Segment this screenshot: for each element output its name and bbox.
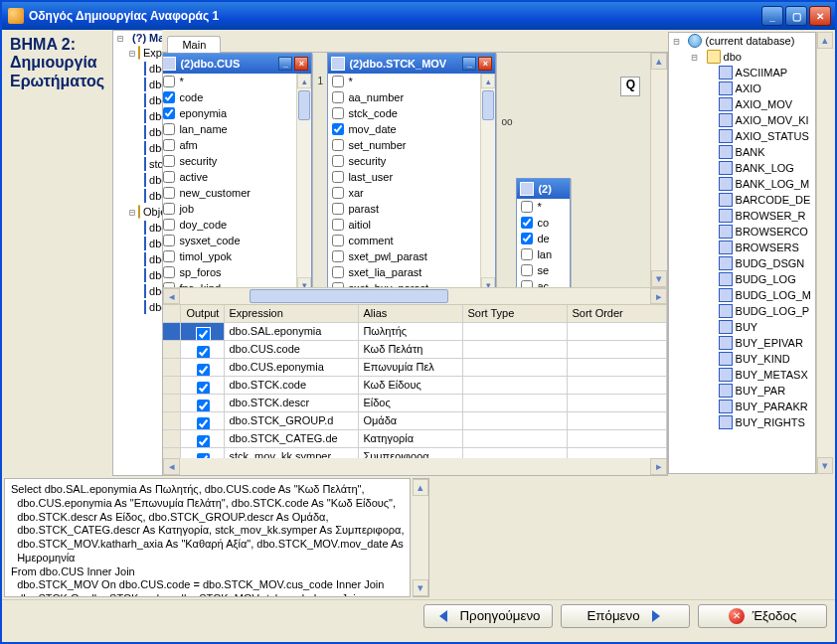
- objects-tree[interactable]: ⊟ (?) Main ⊟Express dbo dbo dbo dbo dbo …: [112, 30, 162, 476]
- tree-node[interactable]: dbo: [113, 283, 162, 299]
- tree-node[interactable]: dbo: [113, 251, 162, 267]
- cell-sort-order[interactable]: [568, 377, 667, 395]
- next-button[interactable]: Επόμενο: [561, 604, 690, 628]
- cell-alias[interactable]: Συμπεριφορα: [359, 448, 463, 458]
- cell-sort-type[interactable]: [463, 395, 568, 412]
- output-checkbox[interactable]: [197, 435, 210, 448]
- db-table[interactable]: BUDG_DSGN: [669, 255, 815, 271]
- db-table[interactable]: AXIO: [669, 80, 815, 96]
- grid-row[interactable]: dbo.SAL.eponymiaΠωλητής: [163, 323, 667, 341]
- output-checkbox[interactable]: [197, 346, 210, 359]
- tree-node[interactable]: dbo: [113, 124, 162, 140]
- field-row[interactable]: eponymia: [163, 105, 296, 121]
- close-button[interactable]: ✕: [809, 6, 831, 26]
- field-checkbox[interactable]: [332, 171, 344, 183]
- field-row[interactable]: aa_number: [328, 89, 480, 105]
- db-table[interactable]: BROWSERS: [669, 240, 815, 255]
- sql-vscroll[interactable]: ▴▾: [413, 478, 429, 597]
- db-table[interactable]: BUDG_LOG: [669, 271, 815, 287]
- db-table[interactable]: AXIO_STATUS: [669, 128, 815, 144]
- window-titlebar[interactable]: Οδηγός Δημιουργίας Αναφοράς 1 _ ▢ ✕: [2, 2, 835, 30]
- field-row[interactable]: stck_code: [328, 105, 480, 121]
- cell-sort-type[interactable]: [463, 377, 568, 395]
- field-checkbox[interactable]: [163, 155, 175, 167]
- field-row[interactable]: sysxet_code: [163, 233, 296, 248]
- cell-alias[interactable]: Κατηγορία: [359, 430, 463, 448]
- dbtree-vscroll[interactable]: ▴▾: [816, 32, 833, 474]
- field-row[interactable]: de: [517, 231, 570, 246]
- field-row[interactable]: code: [163, 89, 296, 105]
- col-sort-type[interactable]: Sort Type: [463, 305, 568, 323]
- field-row[interactable]: afm: [163, 137, 296, 153]
- v-scrollbar[interactable]: ▴▾: [480, 74, 495, 287]
- tree-node[interactable]: dbo: [113, 236, 162, 251]
- cell-expression[interactable]: dbo.STCK_CATEG.de: [225, 430, 359, 448]
- min-icon[interactable]: _: [278, 57, 292, 71]
- field-checkbox[interactable]: [332, 235, 344, 246]
- diagram-vscroll[interactable]: ▴▾: [650, 53, 667, 287]
- sql-preview[interactable]: Select dbo.SAL.eponymia As Πωλητής, dbo.…: [4, 478, 411, 597]
- db-schema[interactable]: ⊟ dbo: [669, 49, 815, 65]
- field-row[interactable]: set_number: [328, 137, 480, 153]
- field-checkbox[interactable]: [332, 282, 344, 287]
- field-row[interactable]: sxet_lia_parast: [328, 264, 480, 280]
- cell-alias[interactable]: Πωλητής: [359, 323, 463, 341]
- field-checkbox[interactable]: [521, 217, 533, 229]
- db-table[interactable]: BUDG_LOG_P: [669, 303, 815, 319]
- db-table[interactable]: BUY_RIGHTS: [669, 414, 815, 430]
- field-checkbox[interactable]: [521, 201, 533, 213]
- field-row[interactable]: sxet_pwl_parast: [328, 248, 480, 264]
- tree-node[interactable]: stck: [113, 156, 162, 172]
- cell-sort-type[interactable]: [463, 323, 568, 341]
- grid-row[interactable]: dbo.STCK.codeΚωδ Είδους: [163, 377, 667, 395]
- tree-node[interactable]: dbo: [113, 140, 162, 156]
- db-table[interactable]: BUY_METASX: [669, 367, 815, 383]
- field-checkbox[interactable]: [163, 123, 175, 135]
- tree-node[interactable]: ⊟Express: [113, 45, 162, 61]
- tree-node[interactable]: dbo: [113, 299, 162, 315]
- col-output[interactable]: Output: [181, 305, 225, 323]
- cell-alias[interactable]: Ομάδα: [359, 412, 463, 430]
- prev-button[interactable]: Προηγούμενο: [423, 604, 553, 628]
- field-checkbox[interactable]: [163, 187, 175, 199]
- tree-node[interactable]: dbo: [113, 61, 162, 77]
- db-root[interactable]: ⊟ (current database): [669, 33, 815, 49]
- field-row[interactable]: fpa_kind: [163, 280, 296, 287]
- field-checkbox[interactable]: [163, 219, 175, 231]
- cell-expression[interactable]: stck_mov_kk.symper: [225, 448, 359, 458]
- field-checkbox[interactable]: [163, 107, 175, 119]
- cell-expression[interactable]: dbo.CUS.eponymia: [225, 359, 359, 377]
- grid-row[interactable]: dbo.CUS.eponymiaΕπωνυμία Πελ: [163, 359, 667, 377]
- cell-expression[interactable]: dbo.CUS.code: [225, 341, 359, 359]
- tree-node[interactable]: dbo: [113, 77, 162, 92]
- cell-expression[interactable]: dbo.STCK.descr: [225, 395, 359, 412]
- col-expression[interactable]: Expression: [225, 305, 359, 323]
- cell-sort-order[interactable]: [568, 341, 667, 359]
- exit-button[interactable]: ✕ Έξοδος: [698, 604, 827, 628]
- cell-sort-order[interactable]: [568, 323, 667, 341]
- field-checkbox[interactable]: [163, 266, 175, 278]
- db-table[interactable]: BROWSERCO: [669, 224, 815, 240]
- field-row[interactable]: security: [328, 153, 480, 169]
- field-checkbox[interactable]: [163, 203, 175, 215]
- cell-sort-order[interactable]: [568, 448, 667, 458]
- db-table[interactable]: BUY: [669, 319, 815, 335]
- close-icon[interactable]: ×: [294, 57, 308, 71]
- cell-alias[interactable]: Επωνυμία Πελ: [359, 359, 463, 377]
- field-row[interactable]: *: [328, 74, 480, 89]
- tree-node[interactable]: ⊟Object: [113, 204, 162, 220]
- tree-node[interactable]: dbo: [113, 267, 162, 283]
- table-window-stck-mov[interactable]: (2)dbo.STCK_MOV _ × *aa_numberstck_codem…: [327, 53, 496, 287]
- field-checkbox[interactable]: [332, 155, 344, 167]
- table-header-stck-mov[interactable]: (2)dbo.STCK_MOV _ ×: [328, 54, 495, 74]
- field-row[interactable]: co: [517, 215, 570, 231]
- field-row[interactable]: timol_ypok: [163, 248, 296, 264]
- field-checkbox[interactable]: [163, 282, 175, 287]
- field-checkbox[interactable]: [163, 171, 175, 183]
- field-row[interactable]: ac: [517, 278, 570, 287]
- grid-row[interactable]: dbo.CUS.codeΚωδ Πελάτη: [163, 341, 667, 359]
- cell-sort-type[interactable]: [463, 412, 568, 430]
- field-row[interactable]: new_customer: [163, 185, 296, 201]
- field-row[interactable]: aitiol: [328, 217, 480, 233]
- cell-sort-type[interactable]: [463, 430, 568, 448]
